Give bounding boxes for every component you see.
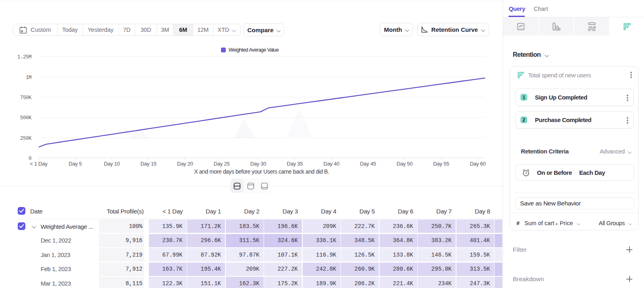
svg-text:Day 20: Day 20 — [177, 161, 193, 167]
svg-text:Day 35: Day 35 — [287, 161, 303, 167]
svg-text:Day 40: Day 40 — [324, 161, 340, 167]
svg-text:500K: 500K — [20, 115, 32, 121]
svg-text:250K: 250K — [20, 136, 32, 141]
svg-text:1.25M: 1.25M — [17, 54, 31, 60]
svg-text:1M: 1M — [26, 75, 31, 81]
svg-text:Day 30: Day 30 — [250, 161, 266, 167]
svg-text:Day 5: Day 5 — [69, 161, 82, 167]
svg-text:Day 25: Day 25 — [214, 161, 230, 167]
svg-text:Day 15: Day 15 — [140, 161, 157, 167]
svg-text:Day 60: Day 60 — [470, 161, 486, 167]
svg-text:Day 10: Day 10 — [104, 161, 120, 167]
svg-text:750K: 750K — [20, 95, 32, 101]
svg-text:Day 45: Day 45 — [360, 161, 376, 167]
svg-text:Day 55: Day 55 — [433, 161, 449, 167]
svg-text:Day 50: Day 50 — [396, 161, 413, 167]
svg-text:< 1 Day: < 1 Day — [30, 161, 47, 167]
